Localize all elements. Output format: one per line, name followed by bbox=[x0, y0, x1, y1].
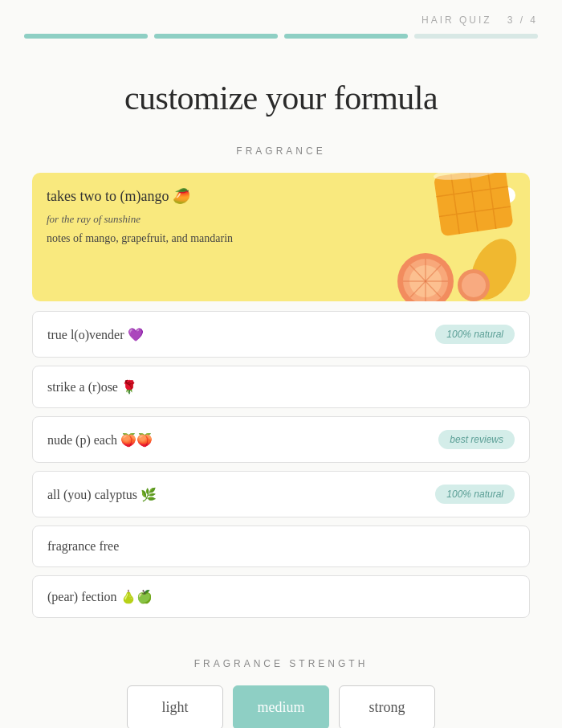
fragrance-badge: 100% natural bbox=[435, 325, 515, 344]
progress-segment-3 bbox=[284, 34, 408, 39]
fragrance-item-rose[interactable]: strike a (r)ose 🌹 bbox=[32, 366, 530, 408]
fragrance-name: fragrance free bbox=[47, 539, 119, 554]
fruit-illustration bbox=[369, 173, 530, 301]
fragrance-section-label: FRAGRANCE bbox=[32, 145, 530, 157]
progress-segment-4 bbox=[414, 34, 538, 39]
fragrance-featured-card[interactable]: takes two to (m)ango 🥭 new for the ray o… bbox=[32, 173, 530, 301]
fragrance-badge: best reviews bbox=[438, 430, 515, 449]
progress-indicator: 3 / 4 bbox=[507, 14, 538, 26]
fragrance-item-lavender[interactable]: true l(o)vender 💜 100% natural bbox=[32, 311, 530, 358]
strength-section-label: FRAGRANCE STRENGTH bbox=[32, 658, 530, 669]
progress-segment-2 bbox=[154, 34, 278, 39]
strength-options: light medium strong bbox=[32, 685, 530, 728]
fragrance-item-eucalyptus[interactable]: all (you) calyptus 🌿 100% natural bbox=[32, 471, 530, 517]
strength-option-light[interactable]: light bbox=[127, 685, 223, 728]
fragrance-name: true l(o)vender 💜 bbox=[47, 327, 144, 342]
featured-notes: notes of mango, grapefruit, and mandarin bbox=[47, 230, 304, 247]
svg-point-16 bbox=[462, 273, 486, 297]
fragrance-name: strike a (r)ose 🌹 bbox=[47, 379, 137, 395]
header: HAIR QUIZ 3 / 4 bbox=[0, 0, 562, 34]
fragrance-name: all (you) calyptus 🌿 bbox=[47, 487, 157, 502]
fragrance-name: nude (p) each 🍑🍑 bbox=[47, 432, 153, 448]
strength-option-medium[interactable]: medium bbox=[233, 685, 329, 728]
fragrance-item-peach[interactable]: nude (p) each 🍑🍑 best reviews bbox=[32, 416, 530, 463]
quiz-label: HAIR QUIZ 3 / 4 bbox=[422, 14, 538, 26]
featured-image bbox=[281, 173, 530, 301]
page-title: customize your formula bbox=[0, 79, 562, 117]
fragrance-item-free[interactable]: fragrance free bbox=[32, 526, 530, 567]
fragrance-section: FRAGRANCE takes two to (m)ango 🥭 new for… bbox=[0, 145, 562, 618]
strength-option-strong[interactable]: strong bbox=[339, 685, 435, 728]
fragrance-name: (pear) fection 🍐🍏 bbox=[47, 589, 153, 604]
featured-title: takes two to (m)ango 🥭 bbox=[47, 187, 190, 205]
fragrance-badge: 100% natural bbox=[435, 485, 515, 504]
progress-segment-1 bbox=[24, 34, 148, 39]
strength-section: FRAGRANCE STRENGTH light medium strong bbox=[0, 626, 562, 728]
progress-bar bbox=[0, 34, 562, 55]
fragrance-item-pear[interactable]: (pear) fection 🍐🍏 bbox=[32, 575, 530, 618]
